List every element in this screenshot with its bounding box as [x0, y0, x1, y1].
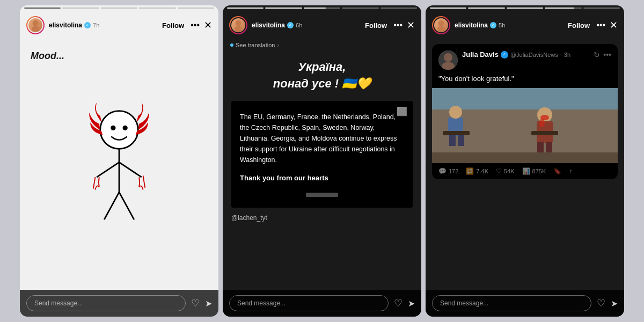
progress-bars-3 [430, 8, 620, 9]
tweet-user-info: Julia Davis ✓ @JuliaDavisNews · 3h [462, 50, 589, 58]
share-icon: ↑ [569, 167, 572, 175]
tweet-name: Julia Davis [462, 50, 499, 58]
svg-point-0 [33, 20, 39, 26]
time-2: 6h [296, 22, 302, 28]
message-input-3[interactable]: Send message... [432, 295, 591, 311]
tweet-avatar [438, 50, 458, 70]
story-panel-1: elisvitolina ✓ 7h Follow ••• ✕ Mood... [20, 5, 218, 317]
header-actions-2: Follow ••• ✕ [363, 20, 415, 31]
svg-point-4 [123, 126, 128, 130]
svg-point-2 [100, 111, 138, 149]
tweet-verify-icon: ✓ [501, 51, 508, 58]
card-icon: ⬜ [397, 106, 407, 116]
like-count: 54K [504, 168, 515, 174]
tweet-actions-top: ↻ ••• [594, 50, 611, 59]
news-thanks: Thank you from our hearts [240, 174, 404, 182]
svg-rect-23 [449, 135, 456, 146]
svg-point-15 [444, 53, 452, 62]
ukraine-line2: понад усе ! 🇺🇦💛 [233, 76, 411, 92]
story-header-3: elisvitolina ✓ 5h Follow ••• ✕ [426, 11, 624, 40]
retweet-icon: 🔁 [466, 167, 474, 175]
avatar-1 [26, 16, 45, 34]
dot-indicator [230, 43, 233, 47]
tweet-time: · [560, 52, 562, 58]
like-icon: ♡ [496, 167, 502, 175]
ukraine-header: Україна, понад усе ! 🇺🇦💛 [223, 54, 421, 101]
send-icon-3[interactable]: ➤ [611, 298, 618, 309]
follow-button-1[interactable]: Follow [160, 20, 186, 31]
svg-point-22 [449, 106, 462, 119]
follow-button-3[interactable]: Follow [566, 20, 592, 31]
svg-rect-31 [443, 131, 470, 135]
share-stat: ↑ [569, 167, 572, 175]
retweet-count: 7.4K [476, 168, 488, 174]
tweet-card: Julia Davis ✓ @JuliaDavisNews · 3h ↻ •••… [432, 44, 618, 179]
mood-text: Mood... [31, 50, 64, 62]
tweet-header: Julia Davis ✓ @JuliaDavisNews · 3h ↻ ••• [432, 44, 618, 74]
heart-icon-1[interactable]: ♡ [191, 297, 200, 309]
see-translation[interactable]: See translation › [223, 40, 421, 54]
progress-bars-1 [24, 8, 214, 9]
more-button-1[interactable]: ••• [191, 21, 200, 30]
svg-point-3 [111, 126, 115, 130]
tweet-image [432, 88, 618, 163]
story-footer-3: Send message... ♡ ➤ [426, 290, 624, 317]
more-button-2[interactable]: ••• [393, 21, 402, 30]
close-button-3[interactable]: ✕ [610, 20, 618, 30]
username-3: elisvitolina [455, 21, 488, 29]
reply-stat: 💬 172 [438, 167, 458, 175]
username-1: elisvitolina [49, 21, 82, 29]
views-icon: 📊 [522, 167, 530, 175]
svg-rect-29 [537, 142, 544, 152]
send-icon-2[interactable]: ➤ [408, 298, 415, 309]
avatar-3 [432, 16, 450, 34]
more-button-3[interactable]: ••• [596, 21, 605, 30]
story-header-2: elisvitolina ✓ 6h Follow ••• ✕ [223, 11, 421, 40]
time-1: 7h [93, 22, 99, 28]
svg-line-6 [97, 162, 119, 177]
views-stat: 📊 875K [522, 167, 546, 175]
tweet-refresh-icon: ↻ [594, 50, 600, 59]
stick-figure [65, 95, 173, 235]
views-count: 875K [532, 168, 546, 174]
svg-rect-30 [546, 142, 552, 152]
verified-icon-1: ✓ [84, 22, 91, 28]
follow-button-2[interactable]: Follow [363, 20, 389, 31]
verified-icon-2: ✓ [287, 22, 294, 28]
verified-icon-3: ✓ [490, 22, 496, 28]
tweet-handle: @JuliaDavisNews [510, 52, 558, 58]
svg-point-28 [539, 119, 545, 127]
news-card: ⬜ The EU, Germany, France, the Netherlan… [231, 101, 413, 208]
like-stat: ♡ 54K [496, 167, 515, 175]
news-logo [240, 193, 404, 197]
reply-icon: 💬 [438, 167, 447, 175]
avatar-2 [229, 16, 247, 34]
message-input-2[interactable]: Send message... [229, 295, 389, 311]
header-info-1: elisvitolina ✓ 7h [49, 21, 156, 29]
svg-line-8 [104, 192, 119, 219]
story-content-1: Mood... [20, 40, 218, 290]
message-input-1[interactable]: Send message... [26, 295, 186, 311]
send-icon-1[interactable]: ➤ [205, 298, 212, 309]
close-button-1[interactable]: ✕ [204, 20, 212, 30]
news-body: The EU, Germany, France, the Netherlands… [240, 112, 404, 165]
header-info-2: elisvitolina ✓ 6h [252, 21, 358, 29]
footer-tag: @lachen_tyt [223, 208, 421, 228]
header-actions-1: Follow ••• ✕ [160, 20, 212, 31]
tweet-more-icon[interactable]: ••• [603, 50, 611, 59]
heart-icon-3[interactable]: ♡ [597, 297, 605, 309]
svg-rect-32 [531, 131, 558, 135]
tweet-stats: 💬 172 🔁 7.4K ♡ 54K 📊 875K 🔖 ↑ [432, 163, 618, 179]
svg-point-10 [236, 20, 241, 26]
close-button-2[interactable]: ✕ [407, 20, 415, 30]
ukraine-line1: Україна, [233, 59, 411, 76]
bookmark-stat: 🔖 [553, 167, 561, 175]
story-panel-3: elisvitolina ✓ 5h Follow ••• ✕ Ju [426, 5, 624, 317]
story-header-1: elisvitolina ✓ 7h Follow ••• ✕ [20, 11, 218, 40]
svg-line-7 [119, 162, 142, 177]
svg-point-11 [235, 26, 242, 32]
heart-icon-2[interactable]: ♡ [394, 297, 402, 309]
progress-bars-2 [227, 8, 417, 9]
tweet-text: "You don't look grateful." [432, 74, 618, 88]
svg-point-12 [438, 20, 444, 26]
